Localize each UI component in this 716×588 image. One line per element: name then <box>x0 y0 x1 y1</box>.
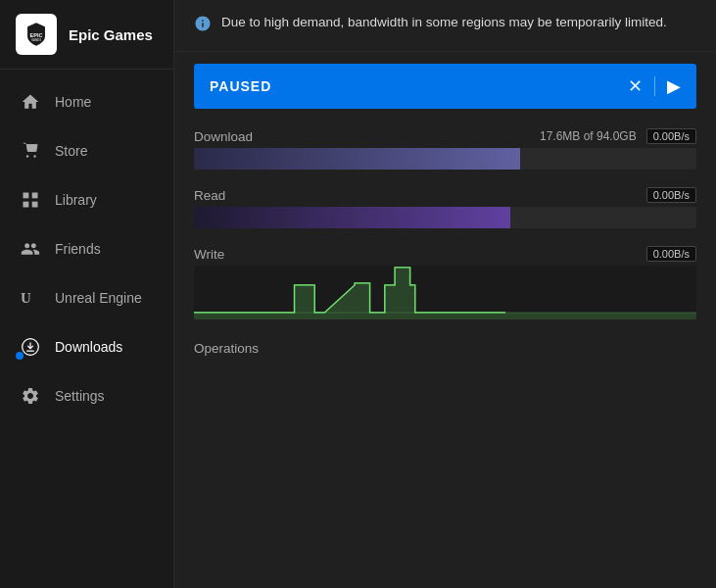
paused-label: PAUSED <box>210 78 628 94</box>
paused-bar: PAUSED ✕ ▶ <box>194 64 696 109</box>
write-speed: 0.00B/s <box>646 246 696 262</box>
svg-marker-10 <box>194 268 696 319</box>
download-size: 17.6MB of 94.0GB <box>540 129 637 143</box>
home-icon <box>20 91 41 113</box>
write-header: Write 0.00B/s <box>194 246 696 262</box>
read-header: Read 0.00B/s <box>194 187 696 203</box>
svg-text:GAMES: GAMES <box>31 38 41 42</box>
sidebar-nav: Home Store Library Friends U <box>0 70 173 588</box>
sidebar-item-store[interactable]: Store <box>0 126 173 175</box>
download-progress-bar <box>194 148 696 170</box>
sidebar-label-unreal: Unreal Engine <box>55 290 142 306</box>
read-info: 0.00B/s <box>646 187 696 203</box>
paused-divider <box>654 76 655 96</box>
svg-text:EPIC: EPIC <box>29 32 42 38</box>
paused-play-button[interactable]: ▶ <box>667 75 681 97</box>
download-label: Download <box>194 129 253 144</box>
sidebar-header: EPIC GAMES Epic Games <box>0 0 173 70</box>
write-label: Write <box>194 247 224 262</box>
sidebar-item-home[interactable]: Home <box>0 77 173 126</box>
operations-stat-block: Operations <box>194 337 696 356</box>
read-progress-bar <box>194 207 696 228</box>
download-speed: 0.00B/s <box>646 128 696 144</box>
sidebar-app-title: Epic Games <box>69 26 153 43</box>
read-label: Read <box>194 188 225 203</box>
download-header: Download 17.6MB of 94.0GB 0.00B/s <box>194 128 696 144</box>
info-icon <box>194 15 212 37</box>
main-content: Due to high demand, bandwidth in some re… <box>174 0 716 588</box>
sidebar: EPIC GAMES Epic Games Home Store Library <box>0 0 174 588</box>
read-fill <box>194 207 510 228</box>
paused-actions: ✕ ▶ <box>628 75 681 97</box>
read-stat-block: Read 0.00B/s <box>194 187 696 228</box>
svg-rect-3 <box>24 193 29 199</box>
operations-header: Operations <box>194 337 696 356</box>
sidebar-item-library[interactable]: Library <box>0 175 173 224</box>
read-speed: 0.00B/s <box>646 187 696 203</box>
sidebar-label-store: Store <box>55 143 87 159</box>
write-chart <box>194 266 696 319</box>
svg-rect-6 <box>32 202 38 208</box>
info-banner: Due to high demand, bandwidth in some re… <box>174 0 716 52</box>
download-info: 17.6MB of 94.0GB 0.00B/s <box>540 128 696 144</box>
friends-icon <box>20 238 41 260</box>
banner-text: Due to high demand, bandwidth in some re… <box>221 14 667 32</box>
download-stat-block: Download 17.6MB of 94.0GB 0.00B/s <box>194 128 696 170</box>
svg-rect-4 <box>32 193 38 199</box>
sidebar-item-unreal-engine[interactable]: U Unreal Engine <box>0 273 173 322</box>
downloads-badge <box>16 352 24 360</box>
sidebar-label-home: Home <box>55 94 91 110</box>
epic-logo: EPIC GAMES <box>16 14 57 55</box>
sidebar-label-friends: Friends <box>55 241 101 257</box>
sidebar-item-downloads[interactable]: Downloads <box>0 322 173 371</box>
sidebar-label-library: Library <box>55 192 97 208</box>
sidebar-item-settings[interactable]: Settings <box>0 371 173 420</box>
unreal-icon: U <box>20 287 41 309</box>
library-icon <box>20 189 41 211</box>
paused-close-button[interactable]: ✕ <box>628 75 643 97</box>
sidebar-item-friends[interactable]: Friends <box>0 224 173 273</box>
write-stat-block: Write 0.00B/s <box>194 246 696 319</box>
svg-rect-5 <box>24 202 29 208</box>
stats-section: Download 17.6MB of 94.0GB 0.00B/s Read 0… <box>174 121 716 588</box>
store-icon <box>20 140 41 162</box>
svg-text:U: U <box>21 290 31 306</box>
sidebar-label-settings: Settings <box>55 388 105 404</box>
sidebar-label-downloads: Downloads <box>55 339 122 355</box>
download-fill <box>194 148 520 170</box>
operations-label: Operations <box>194 341 259 356</box>
write-info: 0.00B/s <box>646 246 696 262</box>
settings-icon <box>20 385 41 407</box>
